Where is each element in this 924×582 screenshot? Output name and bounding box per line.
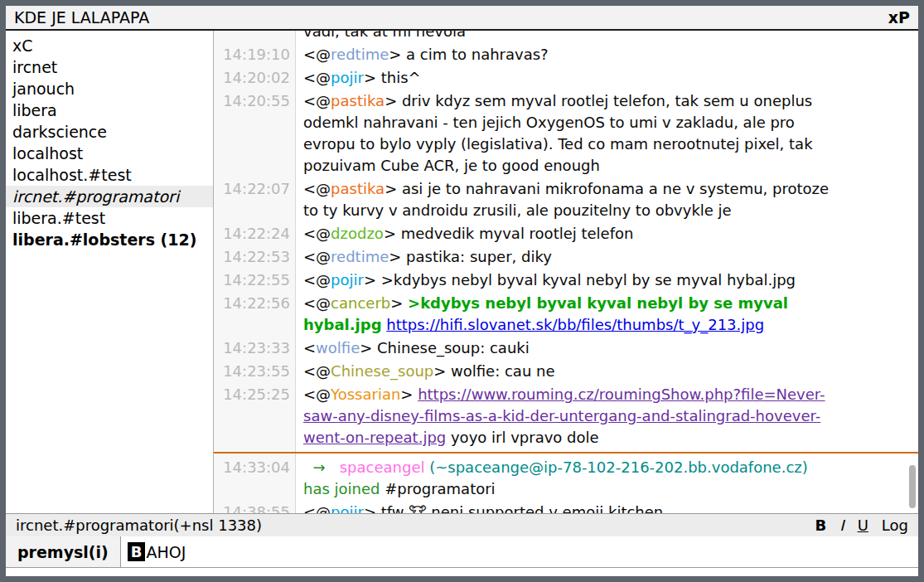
message-text: > pastika: super, diky <box>389 248 552 265</box>
timestamp: 14:19:10 <box>214 44 296 65</box>
message-link[interactable]: https://hifi.slovanet.sk/bb/files/thumbs… <box>386 316 764 333</box>
nick-or-colored-text: Yossarian <box>331 386 400 403</box>
nick-or-colored-text: pojir <box>331 69 364 86</box>
message-text: <@ <box>303 225 331 242</box>
message-text: > medvedik myval rootlej telefon <box>384 225 634 242</box>
nick-or-colored-text: pojir <box>331 271 364 289</box>
message-text: #programatori <box>380 480 495 497</box>
timestamp: 14:33:04 <box>214 457 296 500</box>
input-row: premysl(i) B AHOJ <box>6 536 918 568</box>
message-text: <@ <box>303 294 331 312</box>
sidebar-item[interactable]: libera <box>6 99 213 121</box>
input-text: AHOJ <box>146 543 186 561</box>
message-row: 14:23:55<@Chinese_soup> wolfie: cau ne <box>214 361 918 382</box>
chat-area: vadi, tak at mi nevola14:19:10<@redtime>… <box>214 31 918 513</box>
title-bar: KDE JE LALAPAPA xP <box>6 6 918 31</box>
message-text: > >kdybys nebyl byval kyval nebyl by se … <box>364 271 796 289</box>
message-text: <@ <box>303 503 331 513</box>
message-text: > <box>400 386 418 403</box>
message-text: > tfw 🐮 neni supported v emoji kitchen <box>364 503 663 513</box>
message-body: <@cancerb> >kdybys nebyl byval kyval neb… <box>296 293 918 336</box>
message-row: 14:33:04 → spaceangel (~spaceange@ip-78-… <box>214 457 918 500</box>
message-row: 14:22:07<@pastika> asi je to nahravani m… <box>214 178 918 221</box>
nick-or-colored-text: pastika <box>331 92 385 109</box>
message-row: 14:20:02<@pojir> this^ <box>214 67 918 89</box>
timestamp: 14:23:33 <box>214 337 296 359</box>
message-body: <wolfie> Chinese_soup: cauki <box>296 337 918 359</box>
window-title: KDE JE LALAPAPA <box>14 8 888 27</box>
timestamp: 14:23:55 <box>214 361 296 382</box>
sidebar-item[interactable]: darkscience <box>6 121 213 143</box>
nick-or-colored-text: has joined <box>303 480 380 497</box>
underline-format-button[interactable]: U <box>858 517 868 534</box>
close-button[interactable]: xP <box>888 8 910 27</box>
message-input[interactable]: B AHOJ <box>121 536 918 567</box>
message-body: <@pastika> driv kdyz sem myval rootlej t… <box>296 90 918 177</box>
sidebar-item[interactable]: libera.#lobsters (12) <box>6 229 213 250</box>
message-text: <@ <box>303 271 331 289</box>
sidebar-item[interactable]: localhost <box>6 143 213 164</box>
irc-client-window: KDE JE LALAPAPA xP xCircnetjanouchlibera… <box>0 0 924 582</box>
timestamp: 14:20:02 <box>214 67 296 89</box>
log-button[interactable]: Log <box>882 517 908 534</box>
message-text: <@ <box>303 69 331 86</box>
sidebar-item[interactable]: xC <box>6 35 213 56</box>
message-row: 14:25:25<@Yossarian> https://www.rouming… <box>214 384 918 449</box>
message-body: <@redtime> pastika: super, diky <box>296 246 918 268</box>
timestamp: 14:22:07 <box>214 178 296 221</box>
message-text: yoyo irl vpravo dole <box>446 429 598 446</box>
sidebar-item[interactable]: ircnet.#programatori <box>6 186 213 207</box>
message-row: 14:22:24<@dzodzo> medvedik myval rootlej… <box>214 223 918 245</box>
nick-or-colored-text: dzodzo <box>331 225 384 242</box>
message-text: > wolfie: cau ne <box>433 362 554 380</box>
status-bar: ircnet.#programatori(+nsl 1338) B I U Lo… <box>6 513 918 536</box>
message-text: <@ <box>303 362 331 380</box>
scrollbar-thumb[interactable] <box>909 465 916 508</box>
message-text: <@ <box>303 386 331 403</box>
message-row: 14:22:53<@redtime> pastika: super, diky <box>214 246 918 268</box>
message-body: <@pojir> >kdybys nebyl byval kyval nebyl… <box>296 269 918 291</box>
nick-or-colored-text: redtime <box>331 46 389 63</box>
bold-indicator-icon: B <box>128 542 146 561</box>
chat-messages: vadi, tak at mi nevola14:19:10<@redtime>… <box>214 31 918 513</box>
message-body: <@pojir> this^ <box>296 67 918 89</box>
nick-or-colored-text: redtime <box>331 248 389 265</box>
sidebar-item[interactable]: localhost.#test <box>6 164 213 186</box>
timestamp: 14:22:24 <box>214 223 296 245</box>
message-text: < <box>303 339 316 356</box>
main-content: xCircnetjanouchliberadarksciencelocalhos… <box>6 31 918 513</box>
message-body: <@pojir> tfw 🐮 neni supported v emoji ki… <box>296 502 918 513</box>
message-body: <@dzodzo> medvedik myval rootlej telefon <box>296 223 918 245</box>
nick-or-colored-text: spaceangel <box>340 458 425 476</box>
unread-marker <box>214 452 918 453</box>
channel-topic-modes: ircnet.#programatori(+nsl 1338) <box>16 517 802 534</box>
nick-or-colored-text: Chinese_soup <box>331 362 433 380</box>
italic-format-button[interactable]: I <box>839 517 844 534</box>
message-row: 14:22:56<@cancerb> >kdybys nebyl byval k… <box>214 293 918 336</box>
sidebar-item[interactable]: ircnet <box>6 56 213 78</box>
timestamp <box>214 31 296 42</box>
nick-or-colored-text: wolfie <box>316 339 360 356</box>
bold-format-button[interactable]: B <box>815 517 827 534</box>
message-text: > this^ <box>364 69 421 86</box>
message-row: 14:38:55<@pojir> tfw 🐮 neni supported v … <box>214 502 918 513</box>
message-text: > Chinese_soup: cauki <box>360 339 530 356</box>
message-text: <@ <box>303 46 331 63</box>
message-body: <@redtime> a cim to nahravas? <box>296 44 918 65</box>
message-row: vadi, tak at mi nevola <box>214 31 918 42</box>
sidebar-item[interactable]: janouch <box>6 78 213 99</box>
nick-or-colored-text: (~spaceange@ip-78-102-216-202.bb.vodafon… <box>429 458 808 476</box>
message-text: <@ <box>303 180 331 197</box>
timestamp: 14:22:55 <box>214 269 296 291</box>
channel-list: xCircnetjanouchliberadarksciencelocalhos… <box>6 31 214 513</box>
timestamp: 14:22:56 <box>214 293 296 336</box>
timestamp: 14:38:55 <box>214 502 296 513</box>
message-text: vadi, tak at mi nevola <box>303 31 466 40</box>
message-row: 14:19:10<@redtime> a cim to nahravas? <box>214 44 918 65</box>
message-text: > a cim to nahravas? <box>389 46 548 63</box>
bottom-strip <box>6 568 918 576</box>
message-text <box>303 458 312 476</box>
nick-or-colored-text: pastika <box>331 180 385 197</box>
sidebar-item[interactable]: libera.#test <box>6 207 213 229</box>
timestamp: 14:22:53 <box>214 246 296 268</box>
